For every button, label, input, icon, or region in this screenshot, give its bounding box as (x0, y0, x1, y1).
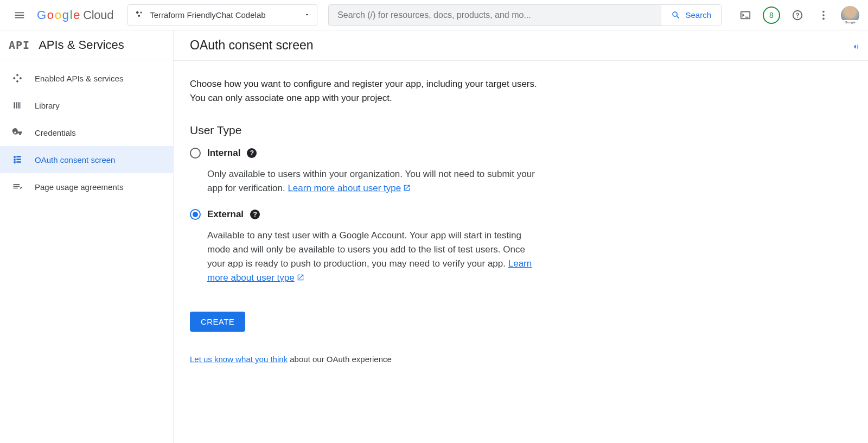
sidebar-item-oauth[interactable]: OAuth consent screen (0, 146, 173, 173)
external-description: Available to any test user with a Google… (190, 225, 537, 299)
sidebar-item-usage[interactable]: Page usage agreements (0, 173, 173, 200)
sidebar-item-label: OAuth consent screen (35, 155, 115, 164)
help-icon[interactable]: ? (247, 148, 257, 158)
free-trial-badge[interactable]: 8 (763, 7, 780, 24)
search-bar: Search (328, 4, 722, 26)
sidebar-item-library[interactable]: Library (0, 92, 173, 119)
project-icon (135, 9, 144, 21)
page-title: OAuth consent screen (174, 30, 868, 61)
google-cloud-logo[interactable]: Google Cloud (36, 8, 119, 22)
sidebar: API APIs & Services Enabled APIs & servi… (0, 30, 174, 443)
help-icon[interactable]: ? (250, 210, 260, 219)
help-button[interactable] (786, 3, 809, 27)
svg-point-2 (138, 15, 141, 17)
user-type-heading: User Type (190, 124, 537, 137)
more-vert-icon (818, 9, 829, 21)
header-utilities: 8 (733, 3, 859, 27)
svg-point-5 (822, 17, 825, 20)
radio-external[interactable] (190, 209, 201, 220)
top-header: Google Cloud Terraform FriendlyChat Code… (0, 0, 868, 30)
agreement-icon (12, 181, 23, 192)
svg-point-0 (136, 11, 139, 14)
internal-description: Only available to users within your orga… (190, 164, 537, 209)
search-icon (671, 10, 681, 20)
user-type-external[interactable]: External ? (190, 209, 537, 220)
radio-internal[interactable] (190, 148, 201, 159)
radio-external-label: External (207, 209, 244, 220)
create-button[interactable]: CREATE (190, 312, 245, 332)
sidebar-nav: Enabled APIs & services Library Credenti… (0, 60, 173, 200)
svg-point-3 (822, 10, 825, 12)
sidebar-title[interactable]: API APIs & Services (0, 30, 173, 60)
intro-text: Choose how you want to configure and reg… (190, 77, 537, 105)
search-button[interactable]: Search (661, 5, 721, 26)
sidebar-item-label: Page usage agreements (35, 182, 123, 192)
nav-menu-button[interactable] (7, 2, 33, 28)
hide-info-panel-button[interactable] (847, 39, 863, 54)
more-button[interactable] (812, 3, 835, 27)
feedback-line: Let us know what you think about our OAu… (190, 355, 537, 364)
radio-internal-label: Internal (207, 148, 240, 159)
chevron-left-bar-icon (850, 42, 860, 52)
main-panel: OAuth consent screen Choose how you want… (174, 30, 868, 443)
chevron-down-icon (304, 11, 310, 20)
sidebar-item-enabled[interactable]: Enabled APIs & services (0, 65, 173, 92)
consent-icon (12, 154, 23, 165)
sidebar-item-label: Library (35, 101, 60, 110)
account-avatar[interactable] (841, 6, 859, 24)
user-type-internal[interactable]: Internal ? (190, 148, 537, 159)
svg-point-4 (822, 14, 825, 16)
sidebar-item-credentials[interactable]: Credentials (0, 119, 173, 146)
help-icon (792, 9, 803, 21)
learn-more-internal-link[interactable]: Learn more about user type (288, 183, 401, 193)
terminal-icon (739, 9, 751, 21)
hamburger-icon (14, 9, 25, 21)
key-icon (12, 127, 23, 138)
sidebar-item-label: Enabled APIs & services (35, 74, 123, 83)
external-link-icon (297, 271, 304, 286)
search-input[interactable] (329, 5, 661, 26)
feedback-link[interactable]: Let us know what you think (190, 355, 288, 364)
api-icon: API (9, 39, 30, 52)
cloud-shell-button[interactable] (733, 3, 757, 27)
project-name: Terraform FriendlyChat Codelab (150, 10, 298, 20)
library-icon (12, 100, 23, 111)
sidebar-item-label: Credentials (35, 128, 76, 137)
diamond-icon (12, 73, 23, 84)
svg-point-1 (141, 12, 142, 14)
external-link-icon (403, 182, 411, 196)
project-picker[interactable]: Terraform FriendlyChat Codelab (127, 4, 317, 26)
